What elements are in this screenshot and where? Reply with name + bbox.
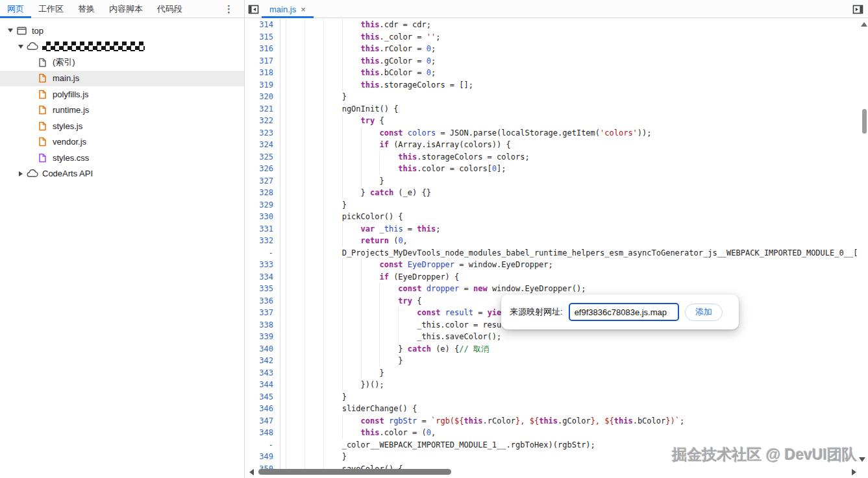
close-tab-icon[interactable]: ×: [301, 5, 306, 14]
tree-item-domain-redacted[interactable]: [0, 39, 244, 55]
line-number[interactable]: 314: [245, 19, 280, 31]
tree-item-file-styles-css[interactable]: styles.css: [0, 150, 244, 166]
sidebar-tab-page[interactable]: 网页: [0, 0, 31, 18]
line-number[interactable]: 324: [245, 139, 280, 151]
line-number[interactable]: 330: [245, 211, 280, 223]
tab-main-js[interactable]: main.js ×: [262, 0, 314, 18]
code-line-340[interactable]: 340} catch (e) {// 取消: [245, 343, 868, 355]
line-number[interactable]: 344: [245, 379, 280, 391]
code-line-315[interactable]: 315this._color = '';: [245, 31, 868, 43]
line-number[interactable]: 343: [245, 367, 280, 379]
sidebar-tab-overrides[interactable]: 替换: [71, 0, 102, 18]
line-number[interactable]: 331: [245, 223, 280, 235]
chevron-right-icon[interactable]: [16, 171, 26, 176]
horizontal-scroll-thumb[interactable]: [258, 469, 451, 475]
code-line-348[interactable]: 348this.color = (0,: [245, 427, 868, 439]
code-line-327[interactable]: 327}: [245, 175, 868, 187]
tree-item-file-polyfills-js[interactable]: polyfills.js: [0, 86, 244, 102]
collapse-left-panel-icon[interactable]: [245, 0, 262, 18]
code-line-326[interactable]: 326this.color = colors[0];: [245, 163, 868, 175]
line-number[interactable]: 335: [245, 283, 280, 295]
code-line-342[interactable]: 342}: [245, 355, 868, 367]
code-line-343[interactable]: 343}: [245, 367, 868, 379]
code-line-321[interactable]: 321ngOnInit() {: [245, 103, 868, 115]
code-line-316[interactable]: 316this.rColor = 0;: [245, 43, 868, 55]
tree-item-file-vendor-js[interactable]: vendor.js: [0, 134, 244, 150]
code-line-319[interactable]: 319this.storageColors = [];: [245, 79, 868, 91]
line-number[interactable]: 342: [245, 355, 280, 367]
code-line-344[interactable]: 344})();: [245, 379, 868, 391]
line-number[interactable]: 325: [245, 151, 280, 163]
scroll-right-icon[interactable]: [852, 469, 856, 475]
code-line-324[interactable]: 324if (Array.isArray(colors)) {: [245, 139, 868, 151]
code-line-333[interactable]: 333const EyeDropper = window.EyeDropper;: [245, 259, 868, 271]
tree-item-file-runtime-js[interactable]: runtime.js: [0, 102, 244, 119]
code-line-323[interactable]: 323const colors = JSON.parse(localStorag…: [245, 127, 868, 139]
sidebar-tab-workspace[interactable]: 工作区: [31, 0, 71, 18]
code-line-317[interactable]: 317this.gColor = 0;: [245, 55, 868, 67]
line-number[interactable]: 349: [245, 451, 280, 463]
code-line-329[interactable]: 329}: [245, 199, 868, 211]
code-line-330[interactable]: 330pickColor() {: [245, 211, 868, 223]
tree-item-frame-top[interactable]: top: [0, 23, 244, 39]
tree-item-file-main-js[interactable]: main.js: [0, 71, 244, 87]
source-map-url-input[interactable]: [569, 303, 679, 321]
line-number[interactable]: 336: [245, 295, 280, 307]
scroll-left-icon[interactable]: [249, 469, 254, 475]
code-line-334[interactable]: 334if (EyeDropper) {: [245, 271, 868, 283]
line-number[interactable]: 338: [245, 319, 280, 331]
chevron-down-icon[interactable]: [16, 45, 26, 49]
code-line-347[interactable]: 347const rgbStr = `rgb(${this.rColor}, $…: [245, 415, 868, 427]
scroll-up-icon[interactable]: [861, 22, 867, 27]
line-number[interactable]: 317: [245, 55, 280, 67]
line-number[interactable]: 326: [245, 163, 280, 175]
line-number[interactable]: 333: [245, 259, 280, 271]
line-number[interactable]: 334: [245, 271, 280, 283]
line-number[interactable]: 316: [245, 43, 280, 55]
chevron-down-icon[interactable]: [5, 29, 16, 32]
code-line-339[interactable]: 339_this.saveColor();: [245, 331, 868, 343]
code-line-345[interactable]: 345}: [245, 391, 868, 403]
sidebar-tab-snippets[interactable]: 代码段: [150, 0, 190, 18]
code-line-335[interactable]: 335const dropper = new window.EyeDropper…: [245, 283, 868, 295]
line-number[interactable]: 339: [245, 331, 280, 343]
code-line-332[interactable]: 332return (0,: [245, 235, 868, 247]
line-number[interactable]: 319: [245, 79, 280, 91]
line-number[interactable]: -: [245, 247, 280, 259]
line-number[interactable]: 322: [245, 115, 280, 127]
add-source-map-button[interactable]: 添加: [685, 304, 723, 321]
line-number[interactable]: 328: [245, 187, 280, 199]
tree-item-file-index[interactable]: (索引): [0, 54, 244, 71]
line-number[interactable]: 347: [245, 415, 280, 427]
tree-item-file-styles-js[interactable]: styles.js: [0, 118, 244, 134]
line-number[interactable]: 327: [245, 175, 280, 187]
more-options-button[interactable]: ⋮: [220, 0, 238, 18]
line-number[interactable]: 320: [245, 91, 280, 103]
line-number[interactable]: 340: [245, 343, 280, 355]
vertical-scroll-thumb[interactable]: [862, 109, 867, 134]
line-number[interactable]: 346: [245, 403, 280, 415]
code-line--[interactable]: -D_Projects_MyDevTools_node_modules_babe…: [245, 247, 868, 259]
sidebar-tab-content-scripts[interactable]: 内容脚本: [102, 0, 150, 18]
line-number[interactable]: 348: [245, 427, 280, 439]
scroll-down-icon[interactable]: [859, 457, 865, 462]
code-line-318[interactable]: 318this.bColor = 0;: [245, 67, 868, 79]
code-line-346[interactable]: 346sliderChange() {: [245, 403, 868, 415]
code-line-325[interactable]: 325this.storageColors = colors;: [245, 151, 868, 163]
code-line-331[interactable]: 331var _this = this;: [245, 223, 868, 235]
line-number[interactable]: 329: [245, 199, 280, 211]
line-number[interactable]: 321: [245, 103, 280, 115]
code-editor[interactable]: 314this.cdr = cdr;315this._color = '';31…: [245, 19, 868, 478]
line-number[interactable]: 337: [245, 307, 280, 319]
show-right-panel-icon[interactable]: [849, 0, 866, 18]
code-line-322[interactable]: 322try {: [245, 115, 868, 127]
line-number[interactable]: 315: [245, 31, 280, 43]
code-line-314[interactable]: 314this.cdr = cdr;: [245, 19, 868, 31]
code-line-328[interactable]: 328} catch (_e) {}: [245, 187, 868, 199]
tree-item-codearts-api[interactable]: CodeArts API: [0, 166, 244, 182]
code-line-320[interactable]: 320}: [245, 91, 868, 103]
line-number[interactable]: 323: [245, 127, 280, 139]
line-number[interactable]: 318: [245, 67, 280, 79]
line-number[interactable]: 332: [245, 235, 280, 247]
line-number[interactable]: -: [245, 439, 280, 451]
